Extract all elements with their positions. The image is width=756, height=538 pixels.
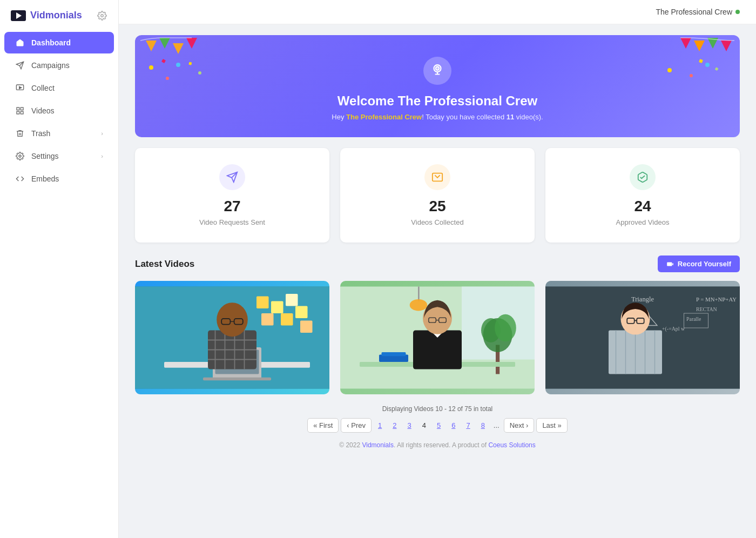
page-7[interactable]: 7 bbox=[462, 419, 474, 432]
svg-point-13 bbox=[166, 77, 169, 80]
svg-point-14 bbox=[176, 63, 180, 67]
sidebar-item-videos[interactable]: Videos bbox=[4, 100, 114, 122]
svg-point-12 bbox=[149, 65, 153, 70]
settings-chevron-icon: › bbox=[101, 153, 103, 159]
workspace-label: The Professional Crew bbox=[656, 8, 732, 16]
sidebar-nav: Dashboard Campaigns Collect bbox=[0, 31, 118, 191]
pagination: « First ‹ Prev 1 2 3 4 5 6 7 8 ... Next … bbox=[135, 418, 740, 433]
page-6[interactable]: 6 bbox=[447, 419, 460, 432]
svg-rect-40 bbox=[281, 313, 293, 326]
video-thumbnail-2[interactable] bbox=[340, 281, 535, 394]
workspace-name: The Professional Crew bbox=[656, 8, 740, 16]
requests-icon-wrap bbox=[219, 164, 245, 190]
video-3-svg: Triangle P = MN+NP+AY RECTAN Paralle +(-… bbox=[545, 281, 740, 394]
collected-icon-wrap bbox=[424, 164, 450, 190]
videos-header: Latest Videos Record Yourself bbox=[135, 255, 740, 272]
sidebar-item-collect[interactable]: Collect bbox=[4, 77, 114, 99]
svg-text:RECTAN: RECTAN bbox=[696, 306, 717, 312]
svg-point-0 bbox=[101, 14, 104, 17]
videos-section-title: Latest Videos bbox=[135, 259, 194, 270]
svg-rect-39 bbox=[261, 313, 274, 326]
svg-rect-38 bbox=[286, 294, 298, 306]
approved-icon-wrap bbox=[630, 164, 656, 190]
pagination-dots: ... bbox=[491, 421, 502, 429]
logo-icon bbox=[11, 10, 26, 21]
sidebar-item-embeds[interactable]: Embeds bbox=[4, 168, 114, 190]
embeds-icon bbox=[15, 174, 25, 184]
svg-rect-6 bbox=[21, 111, 23, 114]
record-btn-label: Record Yourself bbox=[678, 260, 731, 268]
sidebar-item-dashboard[interactable]: Dashboard bbox=[4, 32, 114, 53]
sidebar: Vidmonials Dashboard C bbox=[0, 0, 119, 538]
sidebar-item-settings[interactable]: Settings › bbox=[4, 145, 114, 167]
svg-point-66 bbox=[410, 299, 427, 311]
banner-trophy-icon bbox=[423, 57, 451, 85]
pagination-last-button[interactable]: Last » bbox=[536, 418, 567, 433]
trash-icon bbox=[15, 129, 25, 138]
svg-rect-36 bbox=[256, 297, 269, 309]
footer-brand-link[interactable]: Vidmonials bbox=[362, 441, 393, 449]
campaigns-icon bbox=[15, 60, 25, 70]
pagination-prev-button[interactable]: ‹ Prev bbox=[341, 418, 372, 433]
sidebar-item-trash[interactable]: Trash › bbox=[4, 123, 114, 144]
svg-marker-9 bbox=[159, 38, 170, 49]
svg-point-64 bbox=[495, 314, 516, 341]
requests-label: Video Requests Sent bbox=[146, 218, 319, 226]
svg-text:+(-=Apl w: +(-=Apl w bbox=[662, 326, 685, 332]
stats-row: 27 Video Requests Sent 25 Videos Collect… bbox=[135, 148, 740, 243]
svg-rect-42 bbox=[300, 321, 313, 333]
stat-card-requests: 27 Video Requests Sent bbox=[135, 148, 329, 243]
svg-marker-33 bbox=[672, 263, 673, 265]
sidebar-item-campaigns[interactable]: Campaigns bbox=[4, 55, 114, 76]
main-content: The Professional Crew bbox=[119, 0, 756, 538]
sidebar-item-trash-label: Trash bbox=[31, 129, 50, 138]
svg-marker-10 bbox=[173, 43, 184, 54]
record-yourself-button[interactable]: Record Yourself bbox=[658, 255, 740, 272]
video-1-svg bbox=[135, 281, 329, 394]
svg-point-28 bbox=[436, 66, 440, 70]
pagination-next-button[interactable]: Next › bbox=[504, 418, 535, 433]
pagination-info: Displaying Videos 10 - 12 of 75 in total bbox=[135, 405, 740, 413]
svg-marker-21 bbox=[721, 41, 732, 51]
requests-count: 27 bbox=[146, 198, 319, 215]
video-thumbnail-1[interactable] bbox=[135, 281, 329, 394]
pagination-first-button[interactable]: « First bbox=[307, 418, 339, 433]
page-5[interactable]: 5 bbox=[433, 419, 445, 432]
svg-marker-18 bbox=[680, 38, 691, 49]
svg-rect-65 bbox=[418, 287, 420, 301]
welcome-banner: Welcome The Professional Crew Hey The Pr… bbox=[135, 35, 740, 137]
video-thumbnail-3[interactable]: Triangle P = MN+NP+AY RECTAN Paralle +(-… bbox=[545, 281, 740, 394]
page-3[interactable]: 3 bbox=[403, 419, 415, 432]
app-logo[interactable]: Vidmonials bbox=[0, 0, 118, 31]
welcome-subtitle: Hey The Professional Crew! Today you hav… bbox=[151, 113, 724, 121]
page-2[interactable]: 2 bbox=[388, 419, 401, 432]
page-1[interactable]: 1 bbox=[374, 419, 386, 432]
page-4: 4 bbox=[418, 419, 430, 432]
svg-rect-16 bbox=[161, 59, 166, 63]
page-8[interactable]: 8 bbox=[477, 419, 489, 432]
svg-point-23 bbox=[690, 74, 693, 77]
svg-text:P = MN+NP+AY: P = MN+NP+AY bbox=[696, 296, 737, 302]
approved-count: 24 bbox=[556, 198, 729, 215]
collected-count: 25 bbox=[351, 198, 524, 215]
trash-chevron-icon: › bbox=[101, 130, 103, 137]
svg-text:Triangle: Triangle bbox=[631, 295, 654, 303]
svg-point-24 bbox=[705, 63, 710, 67]
svg-point-22 bbox=[667, 68, 672, 72]
camera-icon bbox=[666, 260, 674, 268]
svg-rect-32 bbox=[667, 262, 672, 266]
collect-icon bbox=[15, 83, 25, 93]
stat-card-collected: 25 Videos Collected bbox=[340, 148, 535, 243]
sidebar-item-settings-label: Settings bbox=[31, 152, 59, 160]
svg-marker-11 bbox=[186, 38, 197, 49]
svg-rect-41 bbox=[295, 306, 308, 319]
svg-rect-5 bbox=[17, 111, 19, 114]
svg-point-15 bbox=[198, 71, 201, 75]
svg-marker-2 bbox=[19, 86, 22, 89]
settings-gear-icon[interactable] bbox=[97, 10, 107, 21]
top-header: The Professional Crew bbox=[119, 0, 756, 24]
svg-rect-4 bbox=[21, 107, 23, 110]
footer-text: . All rights reserved. A product of bbox=[394, 441, 488, 449]
footer-company-link[interactable]: Coeus Solutions bbox=[488, 441, 535, 449]
video-count: 11 bbox=[507, 113, 514, 121]
